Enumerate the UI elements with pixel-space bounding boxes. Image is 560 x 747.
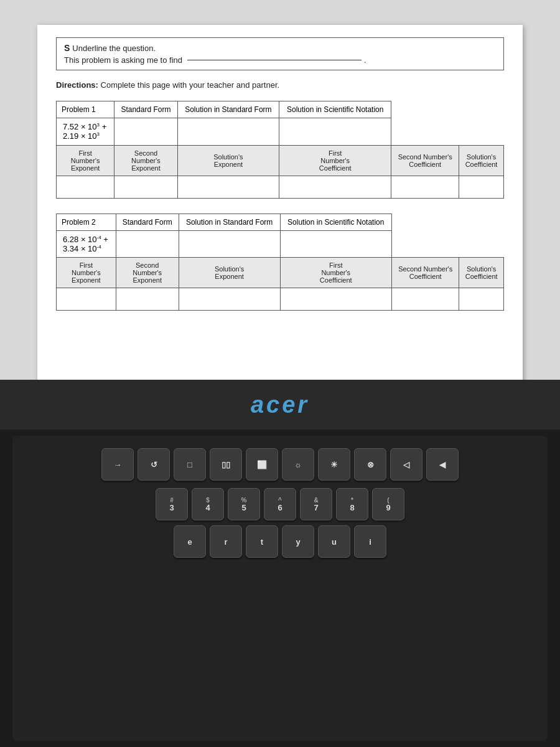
p1-col6-header: Solution'sCoefficient (459, 145, 504, 176)
problem1-sol-sci-value (279, 118, 391, 146)
3-char: 3 (169, 504, 174, 512)
mute-key[interactable]: ⊗ (354, 448, 386, 481)
problem1-sol-std-value (177, 118, 279, 146)
6-char: 6 (278, 504, 282, 512)
period: . (364, 55, 366, 65)
screen: S Underline the question. This problem i… (0, 0, 560, 411)
star-char: * (351, 497, 353, 504)
problem1-data-row (57, 176, 504, 198)
p1-data-col2 (114, 176, 177, 198)
paper: S Underline the question. This problem i… (37, 25, 523, 398)
brightness-down-key[interactable]: ☼ (282, 448, 314, 481)
refresh-key[interactable]: ↺ (138, 448, 170, 481)
directions-text: Complete this page with your teacher and… (101, 80, 280, 90)
problem2-std-value (116, 230, 179, 258)
key-t[interactable]: t (246, 525, 278, 558)
screens-key[interactable]: ⬜ (246, 448, 278, 481)
7-char: 7 (314, 504, 318, 512)
key-amp-7[interactable]: & 7 (300, 488, 332, 520)
problem2-data-row (57, 288, 504, 311)
acer-logo: acer (251, 392, 309, 418)
e-char: e (187, 538, 192, 546)
vol-down-key[interactable]: ◁ (390, 448, 422, 481)
letter-row: e r t y u i (22, 525, 538, 558)
key-r[interactable]: r (210, 525, 242, 558)
brightness-up-key[interactable]: ☀ (318, 448, 350, 481)
key-i[interactable]: i (354, 525, 386, 558)
key-percent-5[interactable]: % 5 (228, 488, 260, 520)
p1-data-col3 (177, 176, 279, 198)
p2-col3-header: Solution'sExponent (179, 258, 280, 288)
p2-col2-header: SecondNumber'sExponent (116, 258, 179, 288)
p2-data-col4 (280, 288, 391, 311)
amp-char: & (314, 497, 318, 504)
key-dollar-4[interactable]: $ 4 (192, 488, 224, 520)
fn-row: → ↺ □ ▯▯ ⬜ ☼ ☀ ⊗ ◁ (22, 448, 538, 481)
problem2-value-row: 6.28 × 10-4 +3.34 × 10-4 (57, 230, 504, 258)
problem1-section: Problem 1 Standard Form Solution in Stan… (56, 101, 504, 199)
arrow-icon: → (114, 461, 122, 469)
vol-up-key[interactable]: ◀ (426, 448, 459, 481)
p2-data-col1 (57, 288, 116, 311)
4-char: 4 (205, 504, 210, 512)
square-icon: □ (187, 461, 192, 469)
p1-col2-header: SecondNumber'sExponent (114, 145, 177, 176)
arrow-key[interactable]: → (101, 448, 134, 481)
dollar-char: $ (206, 497, 210, 504)
key-e[interactable]: e (174, 525, 206, 558)
instruction-text2: This problem is asking me to find (64, 55, 182, 65)
p2-data-col5 (392, 288, 459, 311)
5-char: 5 (241, 504, 246, 512)
key-star-8[interactable]: * 8 (336, 488, 368, 520)
screens-icon: ⬜ (257, 461, 267, 469)
9-char: 9 (386, 504, 390, 512)
problem2-table: Problem 2 Standard Form Solution in Stan… (56, 214, 504, 311)
number-row: # 3 $ 4 % 5 ^ 6 & 7 * 8 (22, 488, 538, 520)
problem2-label: Problem 2 (57, 214, 116, 230)
instruction-letter: S (64, 43, 70, 53)
square-key[interactable]: □ (174, 448, 206, 481)
p2-col5-header: Second Number'sCoefficient (392, 258, 459, 288)
p1-data-col6 (459, 176, 504, 198)
splitscreen-key[interactable]: ▯▯ (210, 448, 242, 481)
p1-data-col4 (279, 176, 391, 198)
key-hash-3[interactable]: # 3 (156, 488, 188, 520)
problem1-table: Problem 1 Standard Form Solution in Stan… (56, 101, 504, 199)
splitscreen-icon: ▯▯ (222, 461, 230, 469)
key-u[interactable]: u (318, 525, 350, 558)
p1-col1-header: FirstNumber'sExponent (57, 145, 114, 176)
refresh-icon: ↺ (151, 461, 157, 469)
problem1-label: Problem 1 (57, 101, 114, 118)
problem2-sol-std-value (179, 230, 280, 258)
p2-data-col2 (116, 288, 179, 311)
key-caret-6[interactable]: ^ 6 (264, 488, 296, 520)
p1-col4-header: FirstNumber'sCoefficient (279, 145, 391, 176)
problem2-sub-header: FirstNumber'sExponent SecondNumber'sExpo… (57, 258, 504, 288)
problem1-sol-sci: Solution in Scientific Notation (279, 101, 391, 118)
y-char: y (296, 538, 300, 546)
problem2-std-form: Standard Form (116, 214, 179, 230)
i-char: i (369, 538, 371, 546)
percent-char: % (241, 497, 247, 504)
p2-data-col6 (459, 288, 504, 311)
p2-col4-header: FirstNumber'sCoefficient (280, 258, 391, 288)
problem1-std-value (114, 118, 177, 146)
problem2-sol-sci: Solution in Scientific Notation (280, 214, 391, 230)
keyboard-area: → ↺ □ ▯▯ ⬜ ☼ ☀ ⊗ ◁ (0, 430, 560, 747)
instruction-text1: Underline the question. (72, 44, 156, 53)
key-y[interactable]: y (282, 525, 314, 558)
vol-up-icon: ◀ (439, 461, 446, 469)
key-paren-9[interactable]: ( 9 (372, 488, 404, 520)
p2-col1-header: FirstNumber'sExponent (57, 258, 116, 288)
problem2-header: Problem 2 Standard Form Solution in Stan… (57, 214, 504, 230)
p2-col6-header: Solution'sCoefficient (459, 258, 504, 288)
problem1-sol-std: Solution in Standard Form (177, 101, 279, 118)
problem1-header: Problem 1 Standard Form Solution in Stan… (57, 101, 504, 118)
t-char: t (261, 538, 263, 546)
problem2-sol-std: Solution in Standard Form (179, 214, 280, 230)
p2-data-col3 (179, 288, 280, 311)
acer-area: acer (0, 380, 560, 430)
p1-data-col5 (391, 176, 459, 198)
brightness-down-icon: ☼ (294, 461, 302, 469)
problem2-value: 6.28 × 10-4 +3.34 × 10-4 (57, 230, 116, 258)
